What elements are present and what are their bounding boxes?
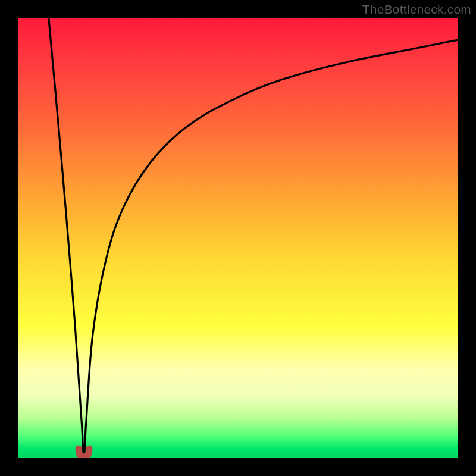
curve-path xyxy=(49,18,458,458)
chart-frame: TheBottleneck.com xyxy=(0,0,476,476)
bottleneck-curve xyxy=(18,18,458,458)
watermark-text: TheBottleneck.com xyxy=(362,2,471,17)
plot-area xyxy=(18,18,458,458)
